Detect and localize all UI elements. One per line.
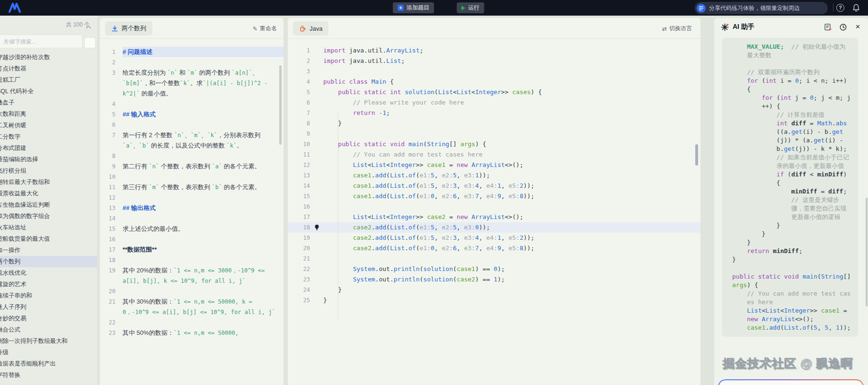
chevron-up-icon[interactable]	[86, 25, 91, 29]
code-token: **数据范围**	[123, 246, 157, 253]
code-token: abs	[836, 120, 847, 127]
sidebar-item[interactable]: 古生物血缘远近判断	[0, 199, 97, 210]
code-token: (	[386, 172, 390, 179]
code-token: 8	[520, 245, 523, 252]
run-button[interactable]: 运行	[457, 2, 484, 13]
code-token: new	[457, 213, 468, 220]
md-line-text: 其中 20%的数据：`1 <= n,m <= 3000，-10^9 <= a[i…	[123, 265, 283, 286]
sidebar-item[interactable]: 大数和距离	[0, 108, 97, 120]
lightbulb-icon[interactable]	[310, 222, 323, 233]
code-token: ArrayList	[471, 213, 505, 220]
sidebar-item[interactable]: SQL 代码补全	[0, 86, 97, 97]
code-token	[468, 161, 471, 168]
sidebar-item[interactable]: 穿越沙漠的补给次数	[0, 52, 97, 63]
ai-chat-input[interactable]	[718, 379, 864, 385]
code-token: 7	[475, 245, 479, 252]
code-token: (	[386, 192, 390, 200]
code-token	[769, 247, 773, 254]
switch-language-button[interactable]: ⇄ 切换语言	[662, 25, 692, 33]
tab-java[interactable]: Java	[293, 21, 328, 35]
sidebar-mini-button[interactable]	[84, 37, 96, 48]
search-input[interactable]	[0, 35, 82, 48]
tab-problem[interactable]: 两个数列	[105, 21, 152, 35]
sidebar-item[interactable]: 融合公式	[0, 324, 97, 335]
line-number: 23	[100, 328, 123, 338]
promo-banner[interactable]: 分享代码练习体验，领限量定制周边	[695, 2, 828, 14]
rename-button[interactable]: ✎ 重命名	[253, 25, 277, 33]
help-icon[interactable]: ?	[836, 4, 844, 12]
sidebar-item[interactable]: 流水线优化	[0, 267, 97, 279]
code-line-text: }	[323, 295, 327, 306]
ai-assistant-panel: AI 助手 ✕ MAX_VALUE; // 初始	[714, 18, 868, 385]
sidebar-item[interactable]: 删除一次得到子数组最大和	[0, 335, 97, 347]
code-token: e1:	[420, 172, 431, 179]
code-token: ,	[501, 245, 509, 252]
sidebar-item[interactable]: 迷人子序列	[0, 301, 97, 313]
code-token: e3:	[464, 192, 475, 200]
promo-book-icon	[697, 4, 706, 13]
editor-scrollbar[interactable]	[695, 144, 698, 166]
code-token: 7	[475, 192, 479, 200]
sidebar-item[interactable]: 货船载货量的最大值	[0, 233, 97, 245]
code-line-text: System.out.println(solution(case1) == 0)…	[323, 264, 505, 274]
add-problem-button[interactable]: + 添加题目	[393, 2, 434, 13]
code-token: <	[368, 213, 372, 220]
sidebar-item[interactable]: 打点计数器	[0, 63, 97, 74]
marscode-logo-icon[interactable]	[8, 2, 22, 13]
sidebar-item[interactable]: 分布式团建	[0, 142, 97, 154]
line-number: 13	[100, 203, 123, 213]
notification-bell-icon[interactable]	[852, 3, 860, 12]
code-token: of	[408, 192, 416, 200]
sidebar-item[interactable]: 二叉树供暖	[0, 120, 97, 131]
md-line-text: 第三行有 `m` 个整数，表示数列 `b` 的各个元素。	[123, 182, 283, 192]
sidebar-item[interactable]: 字符替换	[0, 369, 97, 381]
code-editor[interactable]: 1import java.util.ArrayList;2import java…	[288, 43, 700, 385]
sidebar-item[interactable]: 翻转后最大子数组和	[0, 176, 97, 188]
code-token: ## 输出格式	[123, 204, 156, 211]
ai-code-line	[732, 60, 851, 68]
sidebar-item[interactable]: 番茄编辑的选择	[0, 154, 97, 165]
run-label: 运行	[468, 4, 479, 12]
md-line-text: 第一行有 2 个整数 `n`、`m`、`k`，分别表示数列 `a`、`b` 的长…	[123, 130, 283, 151]
code-token: .	[405, 245, 408, 252]
sidebar-item[interactable]: 蛋糕工厂	[0, 74, 97, 86]
sidebar-item[interactable]: 和为偶数的数字组合	[0, 210, 97, 222]
code-token: ,	[479, 245, 487, 252]
code-token: ));	[523, 192, 534, 200]
switch-language-label: 切换语言	[669, 25, 692, 33]
sidebar-item[interactable]: 升级	[0, 347, 97, 358]
md-line: 1# 问题描述	[100, 47, 283, 57]
code-token: `k`	[180, 80, 190, 87]
code-token: for	[747, 77, 758, 84]
code-token: `m`	[191, 132, 201, 139]
sidebar-item[interactable]: 螺旋的艺术	[0, 279, 97, 290]
sidebar-item[interactable]: 奇妙的交易	[0, 313, 97, 324]
sidebar-item[interactable]: 叠盘子	[0, 97, 97, 108]
md-line: 20	[100, 286, 283, 297]
code-token: .	[832, 120, 836, 127]
sidebar-item[interactable]: 连续子串的和	[0, 290, 97, 301]
problem-description-editor[interactable]: 1# 问题描述23给定长度分别为 `n` 和 `m` 的两个数列 `a[n]`、…	[100, 43, 283, 385]
description-scrollbar[interactable]	[279, 65, 282, 145]
new-chat-icon[interactable]	[824, 23, 832, 31]
gutter-slot	[310, 139, 323, 149]
sidebar-item-label: 货船载货量的最大值	[0, 233, 50, 245]
sidebar-item[interactable]: 数据表是否能顺利产出	[0, 358, 97, 369]
sidebar-item[interactable]: 股票收益最大化	[0, 188, 97, 199]
close-icon[interactable]: ✕	[855, 23, 860, 30]
line-number: 4	[288, 77, 310, 87]
sidebar-item[interactable]: 两个数列	[0, 256, 97, 267]
md-line-text	[123, 286, 283, 297]
md-line: 15求上述公式的最小值。	[100, 224, 283, 234]
code-token: 5	[431, 234, 434, 241]
code-token: e3:	[464, 245, 475, 252]
sidebar-item[interactable]: 飞行棋分组	[0, 165, 97, 176]
history-clock-icon[interactable]	[839, 23, 847, 31]
sidebar-item[interactable]: 二分数字	[0, 131, 97, 142]
md-line-text: 第二行有 `n` 个整数，表示数列 `a` 的各个元素。	[123, 161, 283, 172]
code-token: List	[390, 224, 405, 231]
sidebar-item[interactable]: 火车站选址	[0, 222, 97, 233]
code-token: if	[777, 171, 784, 178]
sidebar-item[interactable]: 加一操作	[0, 245, 97, 256]
ai-scrollbar[interactable]	[866, 198, 868, 306]
